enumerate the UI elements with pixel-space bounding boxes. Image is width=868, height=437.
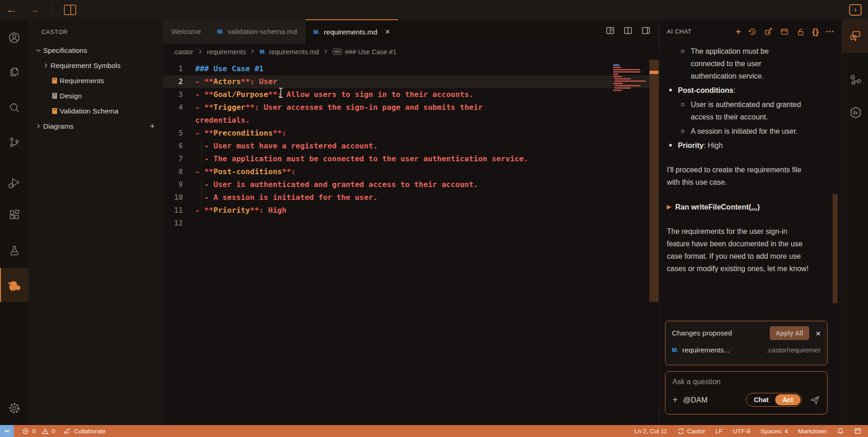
mention-chip[interactable]: @DAM xyxy=(683,396,707,404)
code-line[interactable]: 6 - User must have a registered account. xyxy=(163,140,659,153)
line-number: 5 xyxy=(163,127,195,140)
changed-file-row[interactable]: M↓ requirements... .castor/requiremer xyxy=(672,346,821,354)
chevron-right-icon xyxy=(250,48,255,56)
ai-chat-rail-icon[interactable] xyxy=(842,19,868,53)
tab-welcome[interactable]: Welcome xyxy=(163,19,209,44)
search-icon[interactable] xyxy=(0,96,28,119)
layout-icon[interactable] xyxy=(780,27,789,36)
unlock-icon[interactable] xyxy=(796,27,805,36)
braces-icon[interactable]: {} xyxy=(812,27,819,37)
cursor-position[interactable]: Ln 2, Col 11 xyxy=(634,428,667,435)
sidebar-item-requirements[interactable]: Requirements xyxy=(28,73,163,88)
code-line[interactable]: 2- **Actors**: User xyxy=(163,75,659,88)
export-icon[interactable] xyxy=(764,27,773,36)
editor-scrollbar[interactable] xyxy=(649,60,659,425)
panel-open-icon[interactable]: › xyxy=(849,4,862,16)
remote-indicator[interactable]: >< xyxy=(0,425,14,437)
code-editor[interactable]: 1### Use Case #12- **Actors**: User3- **… xyxy=(163,60,659,425)
new-chat-icon[interactable]: + xyxy=(736,27,741,37)
bullet-circle-icon xyxy=(681,50,684,53)
sidebar: CASTOR SpecificationsRequirement Symbols… xyxy=(28,19,163,425)
breadcrumb-item[interactable]: .castor xyxy=(173,48,193,56)
code-line[interactable]: 3- **Goal/Purpose**: Allow users to sign… xyxy=(163,88,659,101)
code-line[interactable]: 4- **Trigger**: User accesses the sign-i… xyxy=(163,101,659,114)
line-number: 6 xyxy=(163,140,195,153)
scrollbar-slider[interactable] xyxy=(649,60,659,302)
sidebar-item-design[interactable]: Design xyxy=(28,88,163,103)
mode-act[interactable]: Act xyxy=(775,394,800,405)
sidebar-item-diagrams[interactable]: Diagrams+ xyxy=(28,119,163,134)
code-line[interactable]: 9 - User is authenticated and granted ac… xyxy=(163,178,659,191)
tab-label: requirements.md xyxy=(324,28,377,36)
changed-file-path: .castor/requiremer xyxy=(767,346,821,354)
forward-arrow-icon[interactable]: → xyxy=(29,5,39,15)
more-icon[interactable]: ··· xyxy=(826,27,834,37)
source-control-icon[interactable] xyxy=(0,130,28,154)
error-icon xyxy=(22,428,29,435)
mode-chat[interactable]: Chat xyxy=(747,394,775,405)
apply-all-button[interactable]: Apply All xyxy=(770,326,809,340)
minimap-line xyxy=(613,74,618,75)
run-debug-icon[interactable] xyxy=(0,171,28,195)
sidebar-item-label: Design xyxy=(60,92,82,100)
sidebar-item-validation-schema[interactable]: Validation Schema xyxy=(28,103,163,119)
sidebar-item-specifications[interactable]: Specifications xyxy=(28,43,163,58)
code-line[interactable]: 10 - A session is initiated for the user… xyxy=(163,191,659,204)
code-text: - User must have a registered account. xyxy=(195,140,378,153)
hex-0x-rail-icon[interactable]: 0x xyxy=(842,100,868,125)
markdown-file-icon: M↓ xyxy=(314,29,320,35)
extensions-icon[interactable] xyxy=(0,203,28,227)
encoding-status[interactable]: UTF-8 xyxy=(733,428,750,435)
minimap[interactable] xyxy=(613,64,647,94)
branch-status[interactable]: Castor xyxy=(677,428,705,435)
chat-input[interactable]: Ask a question xyxy=(672,378,820,386)
settings-gear-icon[interactable] xyxy=(0,396,28,420)
code-line[interactable]: 11- **Priority**: High xyxy=(163,204,659,217)
tool-call-row[interactable]: ▶Ran writeFileContent(...) xyxy=(667,201,834,213)
indentation-status[interactable]: Spaces: 4 xyxy=(761,428,788,435)
back-arrow-icon[interactable]: ← xyxy=(6,5,17,15)
line-number: 12 xyxy=(163,217,195,230)
code-line[interactable]: 1### Use Case #1 xyxy=(163,62,659,75)
breadcrumb-item[interactable]: M↓ requirements.md xyxy=(259,48,319,56)
chat-scrollbar[interactable] xyxy=(833,194,838,303)
code-line[interactable]: 12 xyxy=(163,217,659,230)
eol-status[interactable]: LF xyxy=(716,428,723,435)
open-preview-icon[interactable] xyxy=(605,26,615,37)
code-line[interactable]: 5- **Preconditions**: xyxy=(163,127,659,140)
attach-plus-icon[interactable]: + xyxy=(672,394,678,405)
layout-status-icon[interactable] xyxy=(854,427,862,435)
add-diagram-icon[interactable]: + xyxy=(150,121,155,131)
code-text: - **Preconditions**: xyxy=(195,127,287,140)
chat-composer[interactable]: Ask a question + @DAM Chat Act xyxy=(665,371,828,414)
language-status[interactable]: Markdown xyxy=(798,428,827,435)
split-editor-icon[interactable] xyxy=(623,26,633,37)
breadcrumb-item[interactable]: abc ### Use Case #1 xyxy=(333,48,396,56)
collaborate-status[interactable]: Collaborate xyxy=(63,427,106,435)
send-icon[interactable] xyxy=(809,394,820,405)
sidebar-item-label: Requirement Symbols xyxy=(51,62,120,70)
tab-requirements[interactable]: M↓ requirements.md × xyxy=(305,19,398,44)
mode-toggle[interactable]: Chat Act xyxy=(746,393,802,407)
history-icon[interactable] xyxy=(748,27,757,36)
explorer-files-icon[interactable] xyxy=(0,60,28,84)
code-line[interactable]: 8- **Post-conditions**: xyxy=(163,165,659,178)
tab-close-icon[interactable]: × xyxy=(385,27,390,37)
code-line[interactable]: 7 - The application must be connected to… xyxy=(163,153,659,165)
workflow-rail-icon[interactable] xyxy=(842,68,868,93)
split-layout-icon[interactable] xyxy=(64,5,76,15)
sidebar-item-requirement-symbols[interactable]: Requirement Symbols xyxy=(28,58,163,73)
tab-validation-schema[interactable]: M↓ validation-schema.md xyxy=(209,19,305,44)
bullet-disc-icon xyxy=(669,89,672,91)
breadcrumb-item[interactable]: requirements xyxy=(207,48,246,56)
account-icon[interactable] xyxy=(0,26,28,50)
test-beaker-icon[interactable] xyxy=(0,238,28,262)
castor-beaver-icon[interactable] xyxy=(0,268,28,302)
problems-status[interactable]: 0 0 xyxy=(22,428,55,435)
layout-panel-icon[interactable] xyxy=(641,26,651,37)
notifications-bell-icon[interactable] xyxy=(837,427,844,435)
code-line[interactable]: credentials. xyxy=(163,114,659,127)
bullet-disc-icon xyxy=(669,144,672,147)
expand-triangle-icon[interactable]: ▶ xyxy=(667,201,671,213)
close-icon[interactable]: × xyxy=(816,329,821,338)
